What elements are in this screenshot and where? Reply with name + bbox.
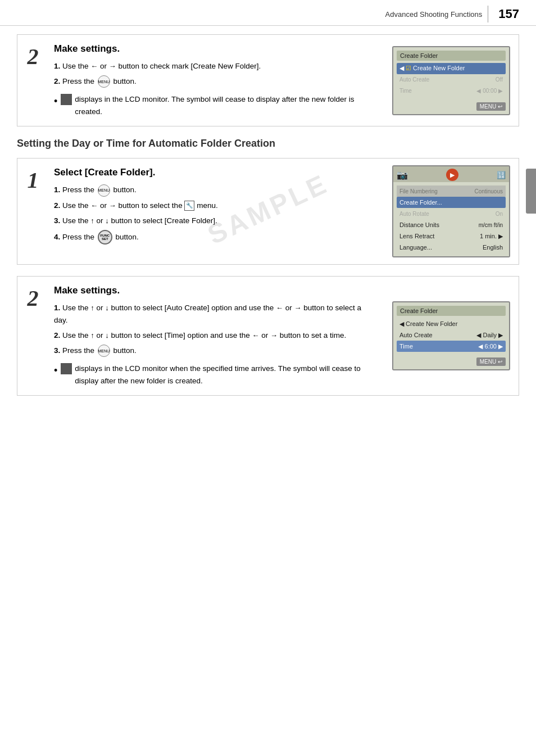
screenshot-col-3: 📷 ▶ 🔢 File Numbering Continuous Create F… bbox=[384, 159, 519, 264]
menu-btn-3-1: MENU bbox=[98, 184, 110, 197]
right-tab bbox=[526, 169, 536, 214]
step-number-4: 2 bbox=[28, 285, 39, 311]
step-instructions-1: 1. Use the ← or → button to check mark [… bbox=[54, 60, 375, 117]
lcd-icon-4 bbox=[61, 363, 72, 374]
instr-num-2: 2. bbox=[54, 77, 60, 85]
lcd-footer-1: MENU ↩ bbox=[397, 99, 506, 111]
step-instructions-3: 1. Press the MENU button. 2. Use the ← o… bbox=[54, 184, 375, 244]
lcd-row-4-2: Auto Create ◀ Daily ▶ bbox=[397, 329, 506, 341]
main-content: 2 Make settings. 1. Use the ← or → butto… bbox=[0, 26, 536, 418]
lcd-icon bbox=[61, 94, 72, 105]
cam-icon-2: ▶ bbox=[446, 169, 458, 181]
step-title-3: Select [Create Folder]. bbox=[54, 167, 375, 178]
menu-btn-4: MENU bbox=[98, 345, 110, 357]
lcd-row-1-2: Auto Create Off bbox=[397, 74, 506, 85]
lcd-title-4: Create Folder bbox=[397, 306, 506, 316]
section-block-1: 2 Make settings. 1. Use the ← or → butto… bbox=[17, 34, 519, 126]
section-block-3: 1 Select [Create Folder]. 1. Press the M… bbox=[17, 158, 519, 265]
cam-icon-3: 🔢 bbox=[497, 171, 506, 179]
instruction-4-1: 1. Use the ↑ or ↓ button to select [Auto… bbox=[54, 302, 375, 326]
note-text-1: displays in the LCD monitor. The symbol … bbox=[75, 93, 375, 117]
lcd-screen-4: Create Folder ◀ Create New Folder Auto C… bbox=[392, 301, 510, 370]
header-divider bbox=[488, 6, 488, 22]
instruction-3-4: 4. Press the FUNCSET button. bbox=[54, 230, 375, 245]
section-name: Advanced Shooting Functions bbox=[385, 10, 483, 19]
step-number-3: 1 bbox=[28, 167, 39, 193]
step-content-4: Make settings. 1. Use the ↑ or ↓ button … bbox=[48, 277, 384, 395]
lcd-row-4-3: Time ◀ 6:00 ▶ bbox=[397, 341, 506, 352]
instr-num: 1. bbox=[54, 62, 60, 70]
page-number: 157 bbox=[498, 7, 519, 21]
note-4: • displays in the LCD monitor when the s… bbox=[54, 363, 375, 387]
note-text-4: displays in the LCD monitor when the spe… bbox=[75, 363, 375, 387]
section-block-4: 2 Make settings. 1. Use the ↑ or ↓ butto… bbox=[17, 276, 519, 396]
step-content-1: Make settings. 1. Use the ← or → button … bbox=[48, 35, 384, 126]
lcd-row-3-4: Lens Retract 1 min. ▶ bbox=[397, 230, 506, 242]
arrow-right-icon: → bbox=[109, 62, 116, 70]
lcd-screen-3: File Numbering Continuous Create Folder.… bbox=[392, 182, 510, 257]
lcd-row-3-2: Auto Rotate On bbox=[397, 208, 506, 219]
step-number-col-3: 1 bbox=[17, 159, 48, 264]
step-number-col-4: 2 bbox=[17, 277, 48, 395]
lcd-row-3-selected: Create Folder... bbox=[397, 197, 506, 208]
instruction-1-2: 2. Press the MENU button. bbox=[54, 75, 375, 88]
lcd-row-3-0: File Numbering Continuous bbox=[397, 185, 506, 197]
step-content-3: Select [Create Folder]. 1. Press the MEN… bbox=[48, 159, 384, 264]
func-set-btn: FUNCSET bbox=[98, 230, 112, 245]
instruction-3-1: 1. Press the MENU button. bbox=[54, 184, 375, 196]
lcd-title-1: Create Folder bbox=[397, 51, 506, 61]
arrow-left-icon: ← bbox=[90, 62, 98, 70]
wrench-icon: 🔧 bbox=[184, 201, 194, 211]
lcd-footer-4: MENU ↩ bbox=[397, 354, 506, 366]
instruction-3-2: 2. Use the ← or → button to select the 🔧… bbox=[54, 200, 375, 212]
bullet-4: • bbox=[54, 363, 57, 379]
step-instructions-4: 1. Use the ↑ or ↓ button to select [Auto… bbox=[54, 302, 375, 387]
step-title-4: Make settings. bbox=[54, 285, 375, 296]
instruction-4-3: 3. Press the MENU button. bbox=[54, 345, 375, 357]
cam-icon-1: 📷 bbox=[397, 170, 408, 180]
menu-button-icon: MENU bbox=[98, 75, 110, 88]
lcd-row-1-3: Time ◀ 00:00 ▶ bbox=[397, 85, 506, 97]
page-header: Advanced Shooting Functions 157 bbox=[0, 0, 536, 26]
lcd-menu-btn-4: MENU ↩ bbox=[476, 357, 506, 366]
lcd-row-3-5: Language... English bbox=[397, 242, 506, 253]
lcd-row-3-3: Distance Units m/cm ft/in bbox=[397, 219, 506, 230]
note-1: • displays in the LCD monitor. The symbo… bbox=[54, 93, 375, 117]
lcd-menu-btn-1: MENU ↩ bbox=[476, 102, 506, 111]
step-title-1: Make settings. bbox=[54, 43, 375, 55]
camera-icon-bar: 📷 ▶ 🔢 bbox=[392, 165, 510, 182]
instruction-1-1: 1. Use the ← or → button to check mark [… bbox=[54, 60, 375, 73]
section2-heading: Setting the Day or Time for Automatic Fo… bbox=[17, 138, 519, 150]
screenshot-col-4: Create Folder ◀ Create New Folder Auto C… bbox=[384, 277, 519, 395]
page-wrapper: SAMPLE Advanced Shooting Functions 157 2… bbox=[0, 0, 536, 418]
step-number-col-1: 2 bbox=[17, 35, 48, 126]
instruction-4-2: 2. Use the ↑ or ↓ button to select [Time… bbox=[54, 329, 375, 342]
lcd-row-4-1: ◀ Create New Folder bbox=[397, 318, 506, 329]
step-number-1: 2 bbox=[28, 43, 39, 70]
instruction-3-3: 3. Use the ↑ or ↓ button to select [Crea… bbox=[54, 215, 375, 227]
note-icon-1: • bbox=[54, 93, 57, 110]
lcd-row-1-1: ◀ ☑ Create New Folder bbox=[397, 63, 506, 74]
screenshot-col-1: Create Folder ◀ ☑ Create New Folder Auto… bbox=[384, 35, 519, 126]
lcd-screen-1: Create Folder ◀ ☑ Create New Folder Auto… bbox=[392, 46, 510, 115]
